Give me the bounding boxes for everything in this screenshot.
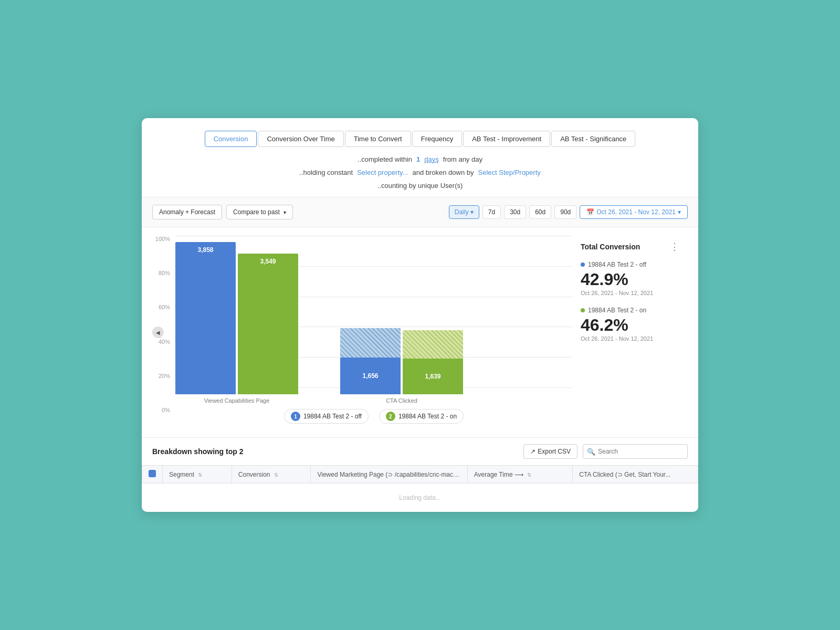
bar-group-1: 3,858 3,549 Viewed Capabilities Page (175, 242, 298, 404)
from-any-day: from any day (443, 155, 482, 163)
tab-bar: Conversion Conversion Over Time Time to … (152, 131, 688, 147)
tab-time-to-convert[interactable]: Time to Convert (345, 131, 411, 147)
counting-label: ..counting by unique User(s) (377, 182, 463, 190)
bar-group-1-label: Viewed Capabilities Page (204, 397, 270, 404)
bar-val-3549: 3,549 (238, 258, 298, 265)
y-axis: 100% 80% 60% 40% 20% 0% (152, 236, 173, 413)
granularity-button[interactable]: Daily ▾ (449, 205, 479, 219)
main-card: Conversion Conversion Over Time Time to … (142, 118, 698, 512)
days-unit[interactable]: days (424, 155, 438, 163)
compare-to-past-button[interactable]: Compare to past ▾ (226, 205, 293, 219)
table-title: Breakdown showing top 2 (152, 447, 243, 456)
y-100: 100% (155, 236, 170, 242)
controls-right: Daily ▾ 7d 30d 60d 90d 📅 Oct 26, 2021 - … (449, 205, 688, 219)
metric-value-2: 46.2% (581, 316, 679, 334)
bar-pair-1: 3,858 3,549 (175, 242, 298, 394)
bar-cta-blue: 1,656 (340, 328, 401, 394)
col-checkbox (142, 466, 163, 484)
bar-val-1639: 1,639 (403, 373, 463, 380)
collapse-arrow[interactable]: ◀ (152, 327, 164, 338)
y-80: 80% (159, 270, 170, 276)
data-table: Segment ⇅ Conversion ⇅ Viewed Marketing … (142, 465, 698, 512)
grid-line-100 (175, 236, 572, 236)
side-panel: Total Conversion ⋮ 19884 AB Test 2 - off… (572, 236, 688, 429)
period-30d-button[interactable]: 30d (504, 205, 526, 219)
empty-row: Loading data... (142, 484, 698, 512)
filter-row-2: ..holding constant Select property... an… (152, 169, 688, 176)
sort-segment-icon[interactable]: ⇅ (198, 472, 202, 478)
col-avg-time: Average Time ⟶ ⇅ (467, 466, 573, 484)
period-60d-button[interactable]: 60d (529, 205, 551, 219)
chart-canvas: 3,858 3,549 Viewed Capabilities Page (175, 236, 572, 404)
bar-viewed-green: 3,549 (238, 254, 298, 394)
tabs-section: Conversion Conversion Over Time Time to … (142, 118, 698, 197)
table-section: Breakdown showing top 2 ↗ Export CSV 🔍 (142, 437, 698, 512)
bar-viewed-blue: 3,858 (175, 242, 236, 394)
bar-cta-green: 1,639 (403, 330, 463, 394)
metric-date-2: Oct 26, 2021 - Nov 12, 2021 (581, 335, 679, 342)
legend-item-2: 2 19884 AB Test 2 - on (379, 409, 464, 424)
controls-left: Anomaly + Forecast Compare to past ▾ (152, 205, 293, 219)
metric-label-1: 19884 AB Test 2 - off (581, 261, 679, 268)
tab-conversion[interactable]: Conversion (205, 131, 257, 147)
y-20: 20% (159, 373, 170, 379)
sort-avg-time-icon[interactable]: ⇅ (527, 472, 531, 478)
panel-header: Total Conversion ⋮ (581, 241, 679, 253)
metric-dot-blue (581, 262, 585, 267)
legend-label-2: 19884 AB Test 2 - on (398, 413, 457, 420)
bar-cta-green-top (403, 330, 463, 359)
bar-cta-green-bottom: 1,639 (403, 359, 463, 394)
metric-name-1: 19884 AB Test 2 - off (588, 261, 646, 268)
legend-row: 1 19884 AB Test 2 - off 2 19884 AB Test … (175, 404, 572, 429)
search-input[interactable] (583, 444, 688, 459)
bar-group-2: 1,656 1,639 CTA Clicked (340, 242, 463, 404)
y-40: 40% (159, 339, 170, 345)
and-broken-down-by-label: and broken down by (412, 169, 474, 176)
completed-prefix: ..completed within (358, 155, 412, 163)
panel-title: Total Conversion (581, 243, 640, 251)
period-90d-button[interactable]: 90d (554, 205, 576, 219)
table-header-row: Breakdown showing top 2 ↗ Export CSV 🔍 (142, 438, 698, 465)
controls-row: Anomaly + Forecast Compare to past ▾ Dai… (142, 197, 698, 227)
panel-menu-button[interactable]: ⋮ (670, 241, 679, 253)
period-7d-button[interactable]: 7d (482, 205, 501, 219)
select-property-dropdown[interactable]: Select property... (357, 169, 408, 176)
legend-dot-green: 2 (386, 412, 395, 421)
search-icon: 🔍 (587, 448, 595, 456)
tab-ab-improvement[interactable]: AB Test - Improvement (463, 131, 550, 147)
tab-ab-significance[interactable]: AB Test - Significance (551, 131, 635, 147)
metric-value-1: 42.9% (581, 270, 679, 289)
tab-conversion-over-time[interactable]: Conversion Over Time (258, 131, 343, 147)
filter-row-3: ..counting by unique User(s) (152, 182, 688, 190)
y-0: 0% (162, 407, 170, 413)
metric-date-1: Oct 26, 2021 - Nov 12, 2021 (581, 290, 679, 296)
chart-section: ◀ 100% 80% 60% 40% 20% 0% (142, 227, 698, 437)
date-range-button[interactable]: 📅 Oct 26, 2021 - Nov 12, 2021 ▾ (580, 205, 688, 219)
table-controls: ↗ Export CSV 🔍 (523, 444, 688, 459)
days-value[interactable]: 1 (416, 155, 420, 163)
col-cta: CTA Clicked (⊃ Get, Start Your... (573, 466, 698, 484)
bar-group-2-label: CTA Clicked (386, 397, 417, 404)
legend-item-1: 1 19884 AB Test 2 - off (284, 409, 369, 424)
metric-block-2: 19884 AB Test 2 - on 46.2% Oct 26, 2021 … (581, 307, 679, 342)
col-viewed: Viewed Marketing Page (⊃ /capabilities/c… (311, 466, 467, 484)
select-all-checkbox[interactable] (149, 470, 156, 477)
holding-constant-label: ..holding constant (299, 169, 353, 176)
legend-label-1: 19884 AB Test 2 - off (303, 413, 362, 420)
compare-dropdown-arrow: ▾ (284, 209, 286, 215)
anomaly-forecast-button[interactable]: Anomaly + Forecast (152, 205, 222, 219)
legend-dot-blue: 1 (291, 412, 300, 421)
select-step-dropdown[interactable]: Select Step/Property (478, 169, 541, 176)
chart-area: ◀ 100% 80% 60% 40% 20% 0% (152, 236, 572, 429)
bar-pair-2: 1,656 1,639 (340, 242, 463, 394)
export-csv-button[interactable]: ↗ Export CSV (523, 444, 578, 459)
date-dropdown-arrow: ▾ (678, 208, 681, 216)
bar-cta-blue-top (340, 328, 401, 358)
sort-conversion-icon[interactable]: ⇅ (274, 472, 278, 478)
filter-row-1: ..completed within 1 days from any day (152, 155, 688, 163)
bar-val-1656: 1,656 (340, 372, 401, 380)
table-row: Loading data... (142, 484, 698, 512)
tab-frequency[interactable]: Frequency (412, 131, 462, 147)
calendar-icon: 📅 (586, 208, 594, 216)
bar-cta-blue-bottom: 1,656 (340, 358, 401, 394)
